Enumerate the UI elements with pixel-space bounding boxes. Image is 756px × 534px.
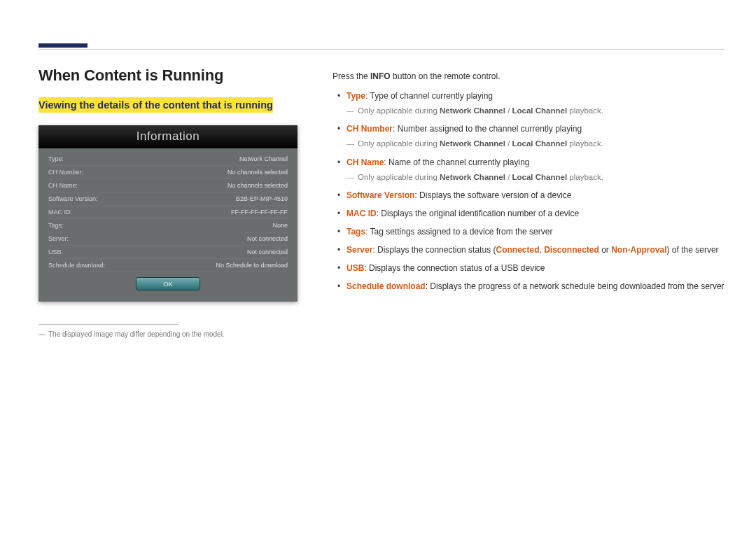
info-label: CH Name: — [48, 182, 78, 189]
text-sched: : Displays the progress of a network sch… — [426, 281, 724, 291]
info-value: No channels selected — [227, 182, 288, 189]
info-row-usb: USB: Not connected — [48, 246, 288, 259]
sub-sep: / — [505, 139, 512, 148]
text-type: : Type of channel currently playing — [365, 91, 493, 101]
info-label: Server: — [48, 235, 69, 242]
list-item-chnumber: CH Number: Number assigned to the channe… — [332, 122, 724, 150]
info-label: Type: — [48, 155, 64, 162]
info-row-tags: Tags: None — [48, 219, 288, 232]
footnote-rule — [38, 324, 178, 325]
sub-pre: Only applicable during — [358, 139, 440, 148]
section-subheading: Viewing the details of the content that … — [38, 97, 273, 113]
sub-sep: / — [505, 106, 512, 115]
server-disconnected: Disconnected — [544, 245, 599, 255]
server-connected: Connected — [496, 245, 539, 255]
lead-bold: INFO — [370, 71, 391, 81]
sub-lc: Local Channel — [512, 173, 568, 181]
info-value: Not connected — [247, 235, 288, 242]
server-pre: : Displays the connection status ( — [372, 245, 496, 255]
text-mac: : Displays the original identification n… — [377, 209, 580, 218]
key-tags: Tags — [346, 227, 365, 237]
info-value: No Schedule to download — [216, 262, 288, 269]
key-chname: CH Name — [346, 157, 384, 167]
info-label: Software Version: — [48, 195, 98, 202]
list-item-server: Server: Displays the connection status (… — [332, 244, 724, 256]
lead-pre: Press the — [332, 71, 370, 81]
key-chnumber: CH Number — [346, 124, 393, 134]
text-chname: : Name of the channel currently playing — [384, 157, 529, 167]
info-value: B2B-EP-MIP-4510 — [236, 195, 288, 202]
accent-bar — [38, 43, 88, 48]
info-value: Network Channel — [239, 155, 288, 162]
information-panel: Information Type: Network Channel CH Num… — [38, 125, 298, 302]
sub-sep: / — [505, 173, 512, 181]
sub-post: playback. — [567, 139, 603, 148]
info-row-type: Type: Network Channel — [48, 153, 288, 166]
footnote-dash-icon: ― — [38, 330, 46, 338]
sub-lc: Local Channel — [512, 106, 568, 115]
header-rule — [38, 49, 724, 50]
text-tags: : Tag settings assigned to a device from… — [365, 227, 552, 237]
list-item-tags: Tags: Tag settings assigned to a device … — [332, 225, 724, 238]
key-type: Type — [346, 91, 365, 101]
sub-note: Only applicable during Network Channel /… — [346, 138, 724, 150]
sub-post: playback. — [567, 173, 603, 181]
footnote: ―The displayed image may differ dependin… — [38, 330, 312, 338]
description-list: Type: Type of channel currently playing … — [332, 90, 724, 293]
info-label: MAC ID: — [48, 209, 72, 216]
info-row-mac-id: MAC ID: FF-FF-FF-FF-FF-FF — [48, 206, 288, 219]
sub-nc: Network Channel — [440, 106, 505, 115]
info-label: USB: — [48, 248, 63, 255]
server-nonapproval: Non-Approval — [611, 245, 666, 255]
text-chnumber: : Number assigned to the channel current… — [393, 124, 582, 134]
info-value: No channels selected — [227, 169, 288, 176]
sub-nc: Network Channel — [440, 139, 505, 148]
info-row-chname: CH Name: No channels selected — [48, 179, 288, 192]
page-title: When Content is Running — [38, 66, 312, 85]
sub-nc: Network Channel — [440, 173, 505, 181]
list-item-software-version: Software Version: Displays the software … — [332, 189, 724, 202]
key-swver: Software Version — [346, 190, 414, 200]
sub-lc: Local Channel — [512, 139, 568, 148]
key-sched: Schedule download — [346, 281, 426, 291]
info-row-chnumber: CH Number: No channels selected — [48, 166, 288, 179]
sub-pre: Only applicable during — [358, 106, 440, 115]
key-usb: USB — [346, 263, 364, 273]
list-item-mac-id: MAC ID: Displays the original identifica… — [332, 207, 724, 220]
info-row-server: Server: Not connected — [48, 232, 288, 246]
sub-note: Only applicable during Network Channel /… — [346, 171, 724, 183]
server-or: or — [599, 245, 611, 255]
list-item-chname: CH Name: Name of the channel currently p… — [332, 156, 724, 183]
server-post: ) of the server — [667, 245, 719, 255]
lead-post: button on the remote control. — [391, 71, 500, 81]
info-label: Tags: — [48, 222, 64, 229]
sub-note: Only applicable during Network Channel /… — [346, 105, 724, 117]
info-value: None — [272, 222, 288, 229]
key-server: Server — [346, 245, 372, 255]
info-value: FF-FF-FF-FF-FF-FF — [231, 209, 288, 216]
info-label: CH Number: — [48, 169, 83, 176]
list-item-schedule-download: Schedule download: Displays the progress… — [332, 280, 724, 293]
key-mac: MAC ID — [346, 209, 377, 218]
sub-post: playback. — [567, 106, 603, 115]
ok-button[interactable]: OK — [136, 277, 200, 290]
text-usb: : Displays the connection status of a US… — [364, 263, 545, 273]
text-swver: : Displays the software version of a dev… — [414, 190, 571, 200]
info-row-schedule-download: Schedule download: No Schedule to downlo… — [48, 259, 288, 272]
list-item-usb: USB: Displays the connection status of a… — [332, 262, 724, 274]
sub-pre: Only applicable during — [358, 173, 440, 181]
lead-paragraph: Press the INFO button on the remote cont… — [332, 71, 724, 81]
information-panel-body: Type: Network Channel CH Number: No chan… — [38, 148, 298, 302]
info-row-software-version: Software Version: B2B-EP-MIP-4510 — [48, 192, 288, 206]
information-panel-title: Information — [38, 125, 298, 148]
footnote-text: The displayed image may differ depending… — [48, 330, 225, 338]
info-label: Schedule download: — [48, 262, 105, 269]
list-item-type: Type: Type of channel currently playing … — [332, 90, 724, 117]
info-value: Not connected — [247, 248, 288, 255]
